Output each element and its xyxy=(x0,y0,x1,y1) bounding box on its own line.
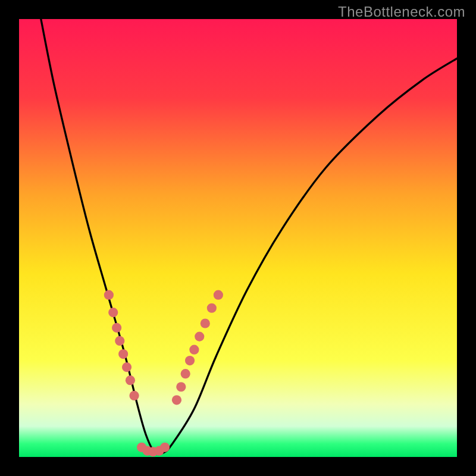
scatter-dot xyxy=(214,290,223,300)
scatter-dot xyxy=(207,303,217,313)
scatter-dot xyxy=(160,443,170,452)
scatter-dot xyxy=(115,336,124,346)
plot-area xyxy=(19,19,457,457)
scatter-dot xyxy=(118,349,128,359)
bottleneck-curve xyxy=(19,19,457,457)
scatter-dot xyxy=(181,369,190,378)
scatter-dot xyxy=(189,345,199,355)
chart-frame: TheBottleneck.com xyxy=(0,0,476,476)
scatter-dot xyxy=(201,318,210,328)
scatter-dot xyxy=(126,375,135,385)
scatter-dot xyxy=(176,382,186,392)
scatter-dot xyxy=(104,290,114,300)
scatter-dot xyxy=(195,332,204,342)
watermark-text: TheBottleneck.com xyxy=(338,4,465,20)
scatter-dot xyxy=(122,362,131,372)
scatter-dot xyxy=(129,391,139,400)
scatter-dot xyxy=(108,308,118,317)
scatter-dot xyxy=(185,356,195,365)
scatter-dot xyxy=(172,395,181,405)
scatter-dot xyxy=(112,323,121,333)
